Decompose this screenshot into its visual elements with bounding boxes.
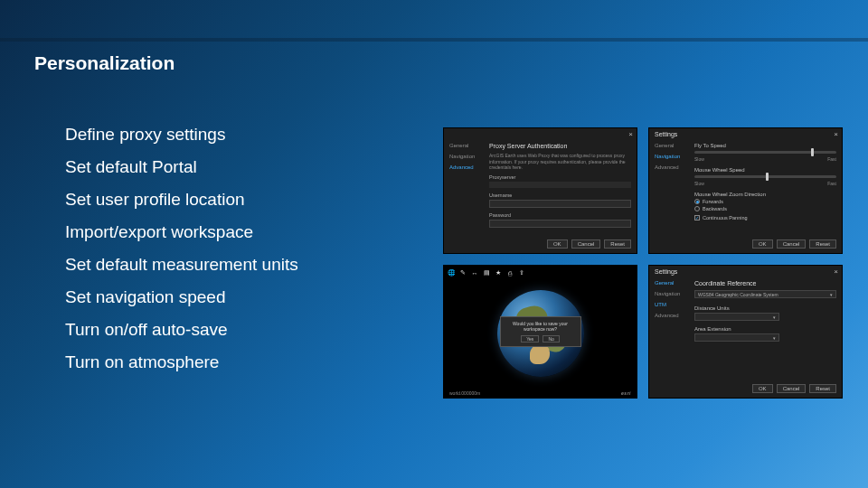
esri-logo: esri	[621, 390, 631, 396]
bullet-item: Import/export workspace	[65, 222, 298, 242]
fast-label: Fast	[827, 181, 836, 186]
username-label: Username	[489, 192, 631, 198]
close-icon[interactable]: ×	[834, 130, 838, 138]
screenshot-proxy-settings: × General Navigation Advanced Proxy Serv…	[443, 127, 637, 254]
settings-nav: General Navigation Advanced	[449, 143, 475, 170]
nav-general[interactable]: General	[449, 143, 475, 148]
measure-icon[interactable]: ↔	[471, 269, 478, 277]
top-divider	[0, 38, 868, 42]
status-text: world.000000m	[449, 390, 480, 396]
screenshot-map-viewer: 🌐 ✎ ↔ ▤ ★ ⎙ ⇪ Would you like to save you…	[443, 265, 637, 399]
reset-button[interactable]: Reset	[809, 384, 836, 393]
nav-advanced[interactable]: Advanced	[655, 313, 680, 318]
radio-forwards[interactable]: Forwards	[694, 199, 836, 204]
chevron-down-icon: ▾	[830, 292, 833, 297]
close-icon[interactable]: ×	[628, 130, 633, 138]
reset-button[interactable]: Reset	[604, 239, 631, 249]
layers-icon[interactable]: ▤	[483, 269, 490, 277]
flyto-slider[interactable]	[694, 151, 836, 154]
settings-nav: General Navigation Advanced	[655, 143, 680, 170]
yes-button[interactable]: Yes	[521, 335, 539, 343]
viewer-toolbar: 🌐 ✎ ↔ ▤ ★ ⎙ ⇪	[448, 269, 525, 277]
fast-label: Fast	[827, 156, 836, 162]
slow-label: Slow	[694, 181, 704, 186]
print-icon[interactable]: ⎙	[506, 269, 514, 277]
cancel-button[interactable]: Cancel	[777, 384, 807, 393]
bullet-item: Set user profile location	[65, 190, 298, 210]
coord-heading: Coordinate Reference	[694, 280, 836, 286]
slide-title: Personalization	[34, 52, 175, 74]
nav-advanced[interactable]: Advanced	[449, 164, 475, 170]
panel-title: Settings	[655, 131, 677, 137]
ok-button[interactable]: OK	[547, 239, 568, 249]
dialog-text: Would you like to save your workspace no…	[506, 321, 575, 332]
reset-button[interactable]: Reset	[809, 239, 836, 249]
chevron-down-icon: ▾	[773, 335, 776, 341]
nav-navigation[interactable]: Navigation	[655, 154, 680, 159]
radio-backwards[interactable]: Backwards	[694, 206, 836, 211]
bullet-item: Turn on/off auto-save	[65, 320, 298, 340]
chevron-down-icon: ▾	[773, 314, 776, 320]
proxyserver-label: Proxyserver	[489, 174, 631, 180]
username-input[interactable]	[489, 200, 631, 208]
coord-system-select[interactable]: WGS84 Geographic Coordinate System ▾	[694, 290, 836, 298]
nav-general[interactable]: General	[655, 280, 680, 286]
panel-title: Settings	[655, 268, 677, 275]
close-icon[interactable]: ×	[834, 267, 838, 276]
globe-icon[interactable]: 🌐	[448, 269, 455, 277]
distance-select[interactable]: ▾	[694, 313, 779, 321]
nav-general[interactable]: General	[655, 143, 680, 148]
screenshot-grid: × General Navigation Advanced Proxy Serv…	[443, 127, 843, 399]
bullet-item: Turn on atmosphere	[65, 352, 298, 372]
nav-navigation[interactable]: Navigation	[449, 154, 475, 159]
bullet-item: Set default measurement units	[65, 255, 298, 275]
nav-advanced[interactable]: Advanced	[655, 164, 680, 170]
ok-button[interactable]: OK	[752, 384, 773, 393]
bullet-list: Define proxy settings Set default Portal…	[65, 125, 298, 372]
area-select[interactable]: ▾	[694, 333, 779, 342]
flyto-label: Fly To Speed	[694, 143, 836, 148]
cancel-button[interactable]: Cancel	[571, 239, 601, 249]
password-input[interactable]	[489, 220, 631, 228]
screenshot-navigation-settings: Settings × General Navigation Advanced F…	[648, 127, 843, 254]
proxy-heading: Proxy Server Authentication	[489, 143, 631, 149]
coord-content: Coordinate Reference WGS84 Geographic Co…	[694, 280, 836, 342]
no-button[interactable]: No	[542, 335, 559, 343]
pointer-icon[interactable]: ✎	[459, 269, 467, 277]
ok-button[interactable]: OK	[752, 239, 773, 249]
nav-navigation[interactable]: Navigation	[655, 291, 680, 296]
bookmark-icon[interactable]: ★	[495, 269, 502, 277]
distance-label: Distance Units	[694, 305, 836, 311]
password-label: Password	[489, 212, 631, 218]
settings-nav: General Navigation UTM Advanced	[655, 280, 680, 318]
bullet-item: Set navigation speed	[65, 287, 298, 307]
save-workspace-dialog: Would you like to save your workspace no…	[500, 316, 581, 347]
nav-utm[interactable]: UTM	[655, 302, 680, 307]
bullet-item: Set default Portal	[65, 157, 298, 177]
cancel-button[interactable]: Cancel	[777, 239, 807, 249]
check-continuous-panning[interactable]: ✓Continuous Panning	[694, 215, 836, 221]
share-icon[interactable]: ⇪	[518, 269, 525, 277]
select-value: WGS84 Geographic Coordinate System	[698, 292, 778, 297]
proxyserver-value	[489, 182, 631, 188]
proxy-desc: ArcGIS Earth uses Web Proxy that was con…	[489, 153, 631, 171]
screenshot-coordinate-settings: Settings × General Navigation UTM Advanc…	[648, 265, 843, 399]
nav-content: Fly To Speed Slow Fast Mouse Wheel Speed…	[694, 143, 836, 222]
wheel-slider[interactable]	[694, 175, 836, 178]
bullet-item: Define proxy settings	[65, 125, 298, 145]
proxy-content: Proxy Server Authentication ArcGIS Earth…	[489, 143, 631, 232]
area-label: Area Extension	[694, 326, 836, 332]
slow-label: Slow	[694, 156, 704, 162]
zoomdir-label: Mouse Wheel Zoom Direction	[694, 192, 836, 197]
wheel-label: Mouse Wheel Speed	[694, 167, 836, 173]
